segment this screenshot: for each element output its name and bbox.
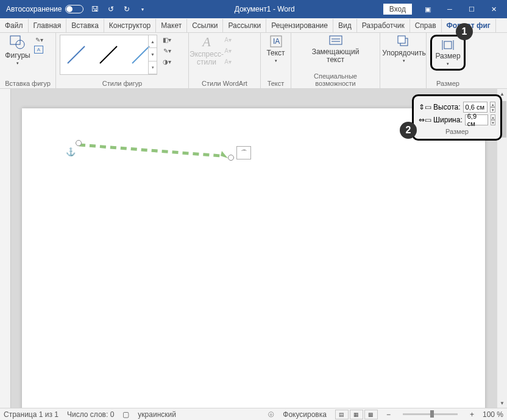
text-box-icon[interactable]: A <box>34 46 43 54</box>
zoom-out-button[interactable]: − <box>386 410 391 419</box>
redo-icon[interactable]: ↻ <box>119 1 135 17</box>
tab-design[interactable]: Конструктор <box>104 19 156 32</box>
tab-references[interactable]: Ссылки <box>187 19 223 32</box>
svg-line-15 <box>79 145 221 156</box>
group-label-wordart: Стили WordArt <box>193 79 257 88</box>
minimize-button[interactable]: ─ <box>439 0 461 18</box>
zoom-level[interactable]: 100 % <box>483 410 503 419</box>
ribbon-options-icon[interactable]: ▣ <box>417 0 439 18</box>
size-button[interactable]: Размер ▾ <box>430 35 466 71</box>
undo-icon[interactable]: ↺ <box>103 1 119 17</box>
status-word-count[interactable]: Число слов: 0 <box>67 410 114 419</box>
height-down-icon[interactable]: ▼ <box>490 107 495 113</box>
callout-2: 2 <box>400 122 417 139</box>
shape-handle-end[interactable] <box>228 155 234 161</box>
shape-handle-start[interactable] <box>76 140 82 146</box>
tab-developer[interactable]: Разработчик <box>357 19 410 32</box>
svg-marker-16 <box>221 151 228 158</box>
tab-file[interactable]: Файл <box>0 19 29 32</box>
view-print-icon[interactable]: ▦ <box>350 410 363 419</box>
svg-rect-7 <box>330 36 342 44</box>
text-outline-icon: A▾ <box>223 46 233 55</box>
autosave-label: Автосохранение <box>6 5 62 13</box>
login-button[interactable]: Вход <box>383 4 412 15</box>
view-web-icon[interactable]: ▩ <box>364 410 378 419</box>
height-label: Высота: <box>433 103 461 111</box>
size-popup: ⇕▭Высота: 0,6 см ▲▼ ⇔▭Ширина: 6,9 см ▲▼ … <box>412 94 502 141</box>
popup-label: Размер <box>419 128 495 135</box>
tab-mailings[interactable]: Рассылки <box>223 19 266 32</box>
arrange-button[interactable]: Упорядочить ▾ <box>384 35 424 63</box>
zoom-in-button[interactable]: + <box>470 410 474 419</box>
close-button[interactable]: ✕ <box>483 0 505 18</box>
width-icon: ⇔▭ <box>419 116 431 124</box>
shape-outline-icon[interactable]: ✎▾ <box>162 46 172 55</box>
window-title: Документ1 - Word <box>151 5 378 13</box>
status-page[interactable]: Страница 1 из 1 <box>4 410 58 419</box>
edit-shape-icon[interactable]: ✎▾ <box>34 35 44 44</box>
maximize-button[interactable]: ☐ <box>461 0 483 18</box>
gallery-down-icon[interactable]: ▼ <box>149 48 157 61</box>
shape-effects-icon[interactable]: ◑▾ <box>162 57 172 66</box>
ribbon-tabs: Файл Главная Вставка Конструктор Макет С… <box>0 18 507 33</box>
view-read-icon[interactable]: ▤ <box>335 410 349 419</box>
group-label-accessibility: Специальные возможности <box>295 71 376 88</box>
group-label-shape-styles: Стили фигур <box>60 79 185 88</box>
scroll-down-icon[interactable]: ▼ <box>497 398 507 408</box>
text-button[interactable]: IA Текст ▾ <box>264 35 287 63</box>
group-label-insert-shapes: Вставка фигур <box>4 79 52 88</box>
tab-insert[interactable]: Вставка <box>66 19 104 32</box>
text-fill-icon: A▾ <box>223 35 233 44</box>
shape-fill-icon[interactable]: ◧▾ <box>162 35 172 44</box>
height-icon: ⇕▭ <box>419 103 431 111</box>
save-icon[interactable]: 🖫 <box>87 1 103 17</box>
svg-line-4 <box>132 46 149 63</box>
zoom-slider[interactable] <box>403 413 458 415</box>
callout-1: 1 <box>456 23 473 40</box>
gallery-up-icon[interactable]: ▲ <box>149 35 157 48</box>
status-language[interactable]: украинский <box>138 410 176 419</box>
vertical-ruler[interactable] <box>0 89 11 408</box>
width-down-icon[interactable]: ▼ <box>491 120 495 125</box>
svg-line-3 <box>100 46 117 63</box>
text-effects-icon: A▾ <box>223 57 233 66</box>
wordart-express-button: A Экспресс- стили <box>193 35 221 67</box>
svg-line-2 <box>68 46 85 63</box>
svg-rect-12 <box>444 41 452 49</box>
tab-help[interactable]: Справ <box>410 19 442 32</box>
focus-mode-icon[interactable]: ⦾ <box>268 410 274 419</box>
selected-arrow-shape[interactable] <box>74 142 233 161</box>
shapes-button[interactable]: Фигуры ▾ <box>4 35 32 66</box>
group-label-text: Текст <box>264 79 287 88</box>
tab-view[interactable]: Вид <box>333 19 357 32</box>
group-label-size: Размер <box>430 79 466 88</box>
qat-more-icon[interactable]: ▾ <box>135 1 151 17</box>
tab-layout[interactable]: Макет <box>156 19 187 32</box>
tab-review[interactable]: Рецензирование <box>266 19 333 32</box>
svg-rect-11 <box>398 36 405 43</box>
height-up-icon[interactable]: ▲ <box>490 102 495 107</box>
layout-options-icon[interactable]: ⌒ <box>236 146 251 159</box>
alt-text-button[interactable]: Замещающий текст <box>311 35 360 64</box>
width-up-icon[interactable]: ▲ <box>491 114 495 120</box>
height-input[interactable]: 0,6 см <box>463 102 488 113</box>
shape-styles-gallery[interactable]: ▲▼▾ <box>60 35 157 75</box>
width-label: Ширина: <box>433 116 463 124</box>
autosave-toggle[interactable] <box>65 5 83 13</box>
width-input[interactable]: 6,9 см <box>465 114 488 125</box>
gallery-more-icon[interactable]: ▾ <box>149 61 157 74</box>
status-proofing-icon[interactable]: ▢ <box>122 410 129 419</box>
group-label-arrange <box>384 79 422 88</box>
tab-home[interactable]: Главная <box>29 19 67 32</box>
status-focus[interactable]: Фокусировка <box>283 410 327 419</box>
svg-text:IA: IA <box>273 37 280 46</box>
